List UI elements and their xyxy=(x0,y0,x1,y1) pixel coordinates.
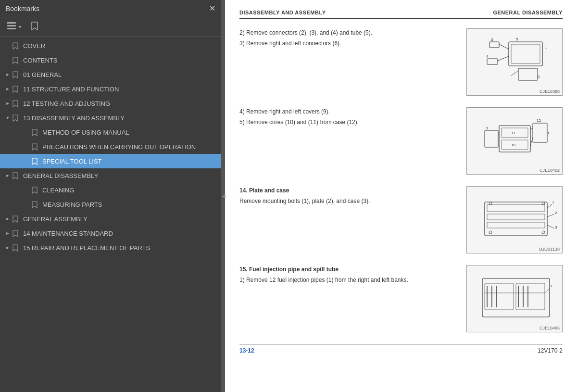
svg-rect-8 xyxy=(489,42,499,48)
close-button[interactable]: ✕ xyxy=(209,4,215,13)
svg-text:2: 2 xyxy=(555,211,557,215)
svg-line-39 xyxy=(547,214,554,217)
bookmark-item-icon xyxy=(13,244,20,252)
bookmark-item-12-testing[interactable]: ► 12 TESTING AND ADJUSTING xyxy=(0,96,221,111)
bookmark-item-11-structure[interactable]: ► 11 STRUCTURE AND FUNCTION xyxy=(0,82,221,96)
bookmark-item-label: METHOD OF USING MANUAL xyxy=(42,129,217,136)
bookmark-item-icon xyxy=(13,57,20,64)
content-text-4: 15. Fuel injection pipe and spill tube 1… xyxy=(239,265,457,286)
bookmark-item-special-tool[interactable]: SPECIAL TOOL LIST xyxy=(0,154,221,168)
bookmark-item-icon xyxy=(13,86,20,93)
list-view-button[interactable]: ▼ xyxy=(5,21,25,33)
svg-text:1: 1 xyxy=(550,284,552,288)
page-header-left: DISASSEMBLY AND ASSEMBLY xyxy=(239,10,326,15)
svg-line-21 xyxy=(530,128,533,129)
bookmark-item-precautions[interactable]: PRECAUTIONS WHEN CARRYING OUT OPERATION xyxy=(0,139,221,154)
text-line: 2) Remove connectors (2), (3), and (4) a… xyxy=(239,28,457,37)
svg-line-22 xyxy=(530,138,533,146)
svg-text:3: 3 xyxy=(491,38,493,42)
bookmark-item-measuring-parts[interactable]: MEASURING PARTS xyxy=(0,197,221,212)
svg-rect-31 xyxy=(487,204,545,212)
svg-rect-33 xyxy=(487,222,545,228)
bookmark-item-cover[interactable]: COVER xyxy=(0,38,221,53)
bookmark-item-icon xyxy=(32,158,39,165)
image-label-2: CJE10402 xyxy=(539,168,560,173)
svg-point-36 xyxy=(489,231,492,234)
bookmark-item-label: 13 DISASSEMBLY AND ASSEMBLY xyxy=(23,114,217,122)
illustration-3: 1 2 3 xyxy=(470,190,559,250)
svg-rect-5 xyxy=(511,44,540,63)
svg-text:4: 4 xyxy=(486,54,489,59)
svg-text:2: 2 xyxy=(538,75,540,79)
text-line: Remove mounting bolts (1), plate (2), an… xyxy=(239,197,457,205)
content-text-3: 14. Plate and case Remove mounting bolts… xyxy=(239,186,457,207)
content-text-1: 2) Remove connectors (2), (3), and (4) a… xyxy=(239,28,457,50)
dropdown-arrow: ▼ xyxy=(18,25,22,29)
bookmark-item-14-maintenance[interactable]: ► 14 MAINTENANCE STANDARD xyxy=(0,226,221,240)
page-ref: 12V170-2 xyxy=(538,347,563,354)
bookmark-item-icon xyxy=(13,172,20,179)
svg-text:1: 1 xyxy=(547,131,550,135)
bookmark-item-general-disassembly[interactable]: ► GENERAL DISASSEMBLY xyxy=(0,168,221,183)
svg-text:5: 5 xyxy=(516,37,518,41)
svg-text:3: 3 xyxy=(486,126,488,130)
expand-arrow: ► xyxy=(4,231,12,236)
expand-arrow: ► xyxy=(4,245,12,250)
svg-rect-23 xyxy=(485,130,498,147)
bookmark-item-contents[interactable]: CONTENTS xyxy=(0,53,221,67)
bookmark-item-cleaning[interactable]: CLEANING xyxy=(0,183,221,197)
page-header-right: GENERAL DISASSEMBLY xyxy=(493,10,563,15)
bookmark-view-button[interactable] xyxy=(28,20,41,33)
bookmark-item-label: 01 GENERAL xyxy=(23,71,217,78)
resize-handle[interactable] xyxy=(221,0,225,392)
svg-text:1: 1 xyxy=(545,46,547,50)
page-number: 13-12 xyxy=(239,347,254,354)
bookmark-item-13-disassembly[interactable]: ▼ 13 DISASSEMBLY AND ASSEMBLY xyxy=(0,111,221,125)
svg-rect-4 xyxy=(509,42,542,66)
sidebar-toolbar: ▼ xyxy=(0,17,221,37)
list-view-icon xyxy=(7,22,17,31)
svg-rect-2 xyxy=(7,28,16,29)
expand-arrow: ► xyxy=(4,216,12,221)
sidebar-title: Bookmarks xyxy=(6,5,39,13)
text-line: 1) Remove 12 fuel injection pipes (1) fr… xyxy=(239,276,457,284)
bookmark-item-icon xyxy=(13,71,20,78)
illustration-2: 11 10 12 3 1 xyxy=(470,111,559,171)
bookmark-item-label: GENERAL ASSEMBLY xyxy=(23,215,217,223)
page-footer: 13-12 12V170-2 xyxy=(239,344,563,354)
svg-line-40 xyxy=(547,225,554,228)
content-section-3: 14. Plate and case Remove mounting bolts… xyxy=(239,186,563,253)
content-image-4: 1 CJE10466 xyxy=(466,265,563,332)
bookmark-item-label: MEASURING PARTS xyxy=(42,201,217,208)
content-image-3: 1 2 3 DJO01138 xyxy=(466,186,563,253)
section-title-4: 15. Fuel injection pipe and spill tube xyxy=(239,265,457,274)
content-section-4: 15. Fuel injection pipe and spill tube 1… xyxy=(239,265,563,332)
section-title-3: 14. Plate and case xyxy=(239,186,457,195)
bookmark-item-method[interactable]: METHOD OF USING MANUAL xyxy=(0,125,221,139)
bookmark-item-general-assembly[interactable]: ► GENERAL ASSEMBLY xyxy=(0,212,221,226)
svg-point-37 xyxy=(542,231,545,234)
bookmark-item-01-general[interactable]: ► 01 GENERAL xyxy=(0,67,221,82)
bookmark-item-icon xyxy=(13,215,20,223)
bookmark-item-icon xyxy=(32,129,39,136)
bookmark-item-icon xyxy=(32,187,39,194)
content-image-1: 5 1 3 4 2 CJE10388 xyxy=(466,28,563,96)
content-text-2: 4) Remove right and left covers (9). 5) … xyxy=(239,107,457,128)
page-header: DISASSEMBLY AND ASSEMBLY GENERAL DISASSE… xyxy=(239,10,563,19)
bookmark-item-icon xyxy=(13,230,20,237)
sidebar-header: Bookmarks ✕ xyxy=(0,0,221,17)
bookmark-item-icon xyxy=(13,114,20,122)
bookmark-item-icon xyxy=(13,100,20,107)
svg-line-6 xyxy=(499,44,509,49)
svg-text:10: 10 xyxy=(511,143,515,147)
svg-rect-17 xyxy=(499,126,530,152)
content-section-2: 4) Remove right and left covers (9). 5) … xyxy=(239,107,563,175)
text-line: 3) Remove right and left connectors (6). xyxy=(239,39,457,48)
expand-arrow: ► xyxy=(4,87,12,91)
expand-arrow: ► xyxy=(4,72,12,77)
bookmark-item-15-repair[interactable]: ► 15 REPAIR AND REPLACEMENT OF PARTS xyxy=(0,240,221,255)
bookmark-item-label: 15 REPAIR AND REPLACEMENT OF PARTS xyxy=(23,244,217,252)
svg-text:1: 1 xyxy=(552,200,554,204)
bookmark-icon xyxy=(31,22,38,32)
svg-rect-45 xyxy=(485,283,514,310)
